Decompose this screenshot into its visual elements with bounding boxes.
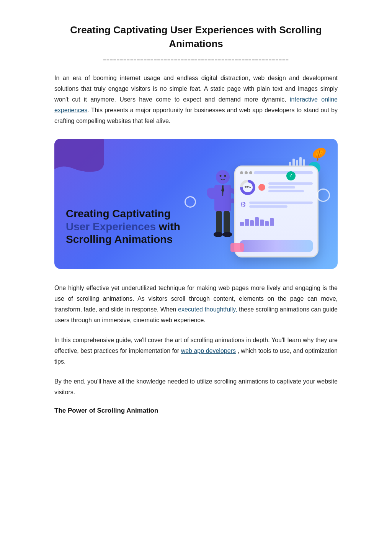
svg-point-7 — [224, 175, 226, 177]
hero-title-line1: Creating Captivating — [66, 207, 181, 220]
svg-point-14 — [223, 232, 232, 237]
hero-illustration: 75% — [181, 150, 326, 257]
section-heading: The Power of Scrolling Animation — [54, 407, 338, 415]
color-dot — [258, 184, 265, 191]
device-wave — [240, 240, 313, 252]
article-title: Creating Captivating User Experiences wi… — [54, 23, 338, 51]
executed-thoughtfully-link[interactable]: executed thoughtfully, — [178, 306, 237, 313]
svg-rect-12 — [224, 211, 230, 234]
hero-title-line2: User Experiences with — [66, 220, 181, 233]
hero-title-line3: Scrolling Animations — [66, 233, 181, 246]
device-stats — [240, 214, 313, 226]
pink-rect-decoration — [230, 243, 244, 252]
device-illustration: 75% — [234, 166, 318, 257]
hero-image: Creating Captivating User Experiences wi… — [54, 139, 338, 269]
page-container: Creating Captivating User Experiences wi… — [39, 0, 353, 451]
gear-icon: ⚙ — [240, 200, 246, 209]
svg-point-13 — [214, 232, 223, 237]
hero-content: Creating Captivating User Experiences wi… — [66, 150, 326, 257]
intro-paragraph: In an era of booming internet usage and … — [54, 73, 338, 126]
device-gear-row: ⚙ — [240, 199, 313, 210]
illustration: 75% — [181, 150, 326, 257]
body-paragraph-3: By the end, you'll have all the knowledg… — [54, 376, 338, 398]
device-progress-row: 75% — [240, 180, 313, 195]
divider-line: ========================================… — [54, 56, 338, 62]
check-badge: ✓ — [286, 171, 296, 180]
bar-chart-decoration — [289, 157, 305, 166]
svg-point-5 — [216, 170, 230, 184]
mini-bars — [268, 182, 313, 192]
device-screen: 75% — [235, 167, 317, 256]
circle-decoration-right — [317, 188, 330, 202]
progress-circle: 75% — [240, 180, 255, 195]
svg-point-6 — [220, 175, 222, 177]
hero-text: Creating Captivating User Experiences wi… — [66, 184, 181, 257]
svg-rect-11 — [216, 211, 222, 234]
circle-decoration-left — [185, 196, 196, 208]
svg-point-15 — [208, 192, 214, 198]
body-paragraph-2: In this comprehensive guide, we'll cover… — [54, 335, 338, 367]
body-paragraph-1: One highly effective yet underutilized t… — [54, 283, 338, 326]
device-topbar — [240, 171, 313, 174]
intro-text-after-link: . This presents a major opportunity for … — [54, 107, 338, 124]
web-app-developers-link[interactable]: web app developers — [181, 347, 236, 354]
